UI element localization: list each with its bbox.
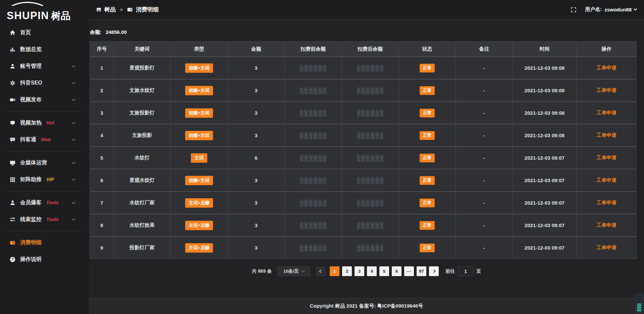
chevron-right-icon (432, 270, 436, 273)
cell-no: 3 (90, 102, 114, 124)
work-order-link[interactable]: 工单申请 (596, 177, 616, 184)
status-badge: 正常 (420, 131, 435, 140)
chevron-down-icon (72, 97, 75, 101)
cell-type: 主词 (171, 147, 228, 169)
page-button-4[interactable]: 4 (367, 266, 377, 276)
masked-value (300, 65, 326, 71)
chevron-down-icon (72, 64, 75, 67)
page-button-6[interactable]: 6 (392, 266, 401, 276)
status-badge: 正常 (420, 109, 435, 117)
fullscreen-icon[interactable] (571, 7, 576, 12)
video-icon (9, 97, 16, 103)
balance: 余额: 24856.00 (89, 20, 644, 36)
sidebar-item-矩阵助推[interactable]: 矩阵助推VIP (0, 171, 89, 188)
next-page-button[interactable] (429, 266, 439, 276)
cell-status: 正常 (399, 237, 456, 259)
page-button-97[interactable]: 97 (417, 266, 426, 276)
cell-remark: - (456, 214, 513, 236)
goto-page-input[interactable] (458, 266, 473, 276)
cell-keyword: 水纹灯 (114, 147, 171, 169)
sidebar-item-视频加热[interactable]: 视频加热Hot (0, 114, 89, 131)
page-size-select[interactable]: 10条/页 (277, 266, 311, 276)
masked-value (357, 110, 383, 116)
masked-value (357, 132, 383, 139)
balance-label: 余额: (90, 29, 102, 35)
sidebar: SHUPIN 树品 首页数据总览账号管理抖音SEO视频发布视频加热Hot抖客通N… (0, 0, 89, 314)
masked-value (357, 87, 383, 94)
sidebar-item-消费明细[interactable]: 消费明细 (0, 234, 89, 251)
page-button-1[interactable]: 1 (330, 266, 339, 276)
sidebar-item-抖客通[interactable]: 抖客通New (0, 131, 89, 148)
cell-action: 工单申请 (577, 192, 636, 214)
cell-keyword: 投影灯厂家 (114, 237, 171, 259)
cell-status: 正常 (399, 80, 456, 101)
cell-balance-after (342, 124, 399, 146)
sidebar-item-tag: Hot (46, 120, 54, 125)
column-header: 关键词 (114, 42, 171, 56)
cell-balance-before (285, 57, 342, 79)
column-header: 操作 (577, 42, 636, 56)
cell-time: 2021-12-03 09:08 (513, 124, 577, 146)
status-badge: 正常 (420, 64, 435, 72)
cell-no: 9 (90, 237, 114, 259)
wallet-icon (127, 7, 133, 12)
corner-widget[interactable] (635, 293, 643, 313)
user-icon (9, 63, 16, 69)
column-header: 时间 (513, 42, 577, 56)
cell-action: 工单申请 (577, 124, 636, 146)
topbar-right: 用户名: zswodun88 (571, 6, 637, 13)
balance-value: 24856.00 (106, 29, 127, 35)
cell-time: 2021-12-03 09:08 (513, 57, 577, 79)
app-icon (96, 7, 101, 12)
work-order-link[interactable]: 工单申请 (596, 245, 616, 251)
sidebar-item-首页[interactable]: 首页 (0, 24, 89, 41)
goto-unit: 页 (476, 268, 481, 274)
masked-value (300, 177, 326, 184)
chevron-down-icon (72, 81, 75, 84)
sidebar-item-label: 抖客通 (20, 136, 36, 143)
sidebar-item-全媒体运营[interactable]: 全媒体运营 (0, 154, 89, 171)
sidebar-item-操作说明[interactable]: ?操作说明 (0, 251, 89, 268)
work-order-link[interactable]: 工单申请 (596, 200, 616, 206)
work-order-link[interactable]: 工单申请 (596, 155, 616, 161)
cell-balance-before (285, 192, 342, 214)
work-order-link[interactable]: 工单申请 (596, 222, 616, 228)
cell-time: 2021-12-03 09:08 (513, 80, 577, 101)
masked-value (300, 110, 326, 116)
work-order-link[interactable]: 工单申请 (596, 110, 616, 116)
cell-balance-after (342, 102, 399, 124)
masked-value (300, 87, 326, 94)
page-button-3[interactable]: 3 (355, 266, 364, 276)
sidebar-item-线索监控[interactable]: 线索监控Tools (0, 211, 89, 228)
sidebar-item-数据总览[interactable]: 数据总览 (0, 41, 89, 58)
cell-amount: 3 (228, 124, 285, 146)
user-menu[interactable]: 用户名: zswodun88 (585, 6, 637, 13)
work-order-link[interactable]: 工单申请 (596, 65, 616, 71)
cell-remark: - (456, 192, 513, 214)
cell-amount: 3 (228, 57, 285, 79)
cell-remark: - (456, 57, 513, 79)
work-order-link[interactable]: 工单申请 (596, 132, 616, 139)
page-button-5[interactable]: 5 (379, 266, 389, 276)
sidebar-item-label: 消费明细 (20, 239, 42, 246)
masked-value (357, 155, 383, 161)
chevron-down-icon (302, 269, 305, 272)
sidebar-item-视频发布[interactable]: 视频发布 (0, 91, 89, 108)
username-label: 用户名: (585, 6, 602, 13)
work-order-link[interactable]: 工单申请 (596, 87, 616, 94)
page-ellipsis-button[interactable]: ••• (404, 266, 414, 276)
table-row: 8水纹灯效果主词+后缀3正常-2021-12-03 09:07工单申请 (90, 214, 636, 236)
cell-remark: - (456, 80, 513, 101)
chevron-down-icon (72, 137, 75, 141)
cell-balance-after (342, 57, 399, 79)
cell-balance-before (285, 102, 342, 124)
chevron-down-icon (72, 120, 75, 124)
goto-label: 前往 (445, 268, 455, 274)
breadcrumb-root[interactable]: 树品 (104, 6, 116, 13)
prev-page-button[interactable] (316, 266, 326, 276)
cell-keyword: 水纹灯厂家 (114, 192, 171, 214)
sidebar-item-账号管理[interactable]: 账号管理 (0, 58, 89, 74)
sidebar-item-会员爆客[interactable]: 会员爆客Tools (0, 194, 89, 211)
page-button-2[interactable]: 2 (342, 266, 352, 276)
sidebar-item-抖音SEO[interactable]: 抖音SEO (0, 74, 89, 91)
